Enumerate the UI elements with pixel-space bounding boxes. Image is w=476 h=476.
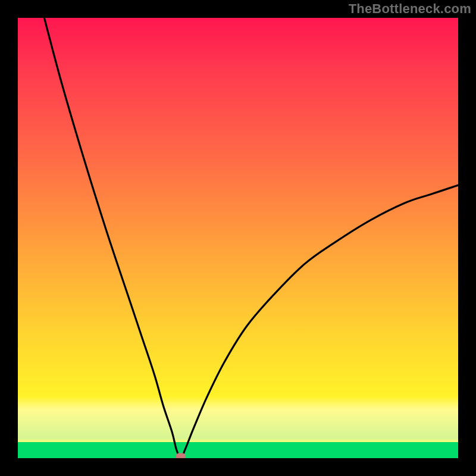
bottleneck-curve (44, 18, 458, 458)
curve-layer (18, 18, 458, 458)
chart-stage: TheBottleneck.com (0, 0, 476, 476)
optimal-point-marker (176, 453, 186, 458)
watermark-label: TheBottleneck.com (349, 1, 471, 17)
plot-area (18, 18, 458, 458)
